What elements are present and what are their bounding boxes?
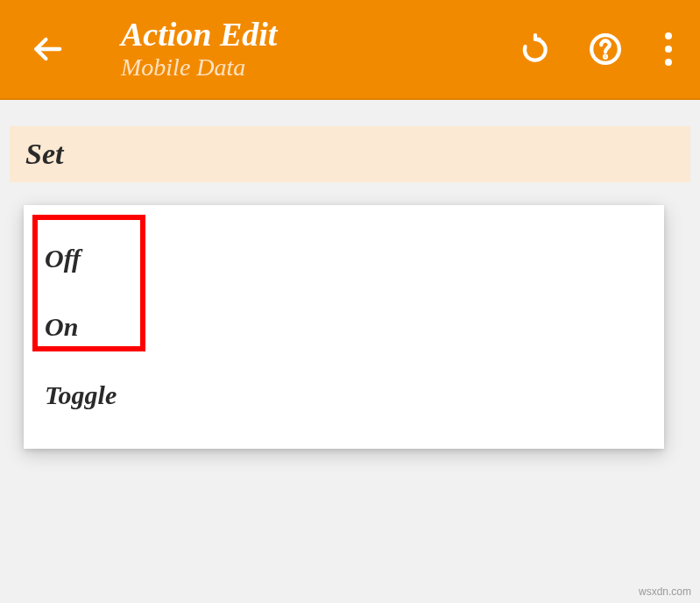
help-button[interactable] [588,32,623,67]
arrow-left-icon [31,32,64,66]
dropdown-popup: Off On Toggle [24,205,664,449]
page-title: Action Edit [121,18,518,53]
content-area: Set Off On Toggle [0,100,700,182]
app-bar: Action Edit Mobile Data [0,0,700,100]
help-icon [589,32,622,66]
back-button[interactable] [26,28,68,70]
watermark: wsxdn.com [639,585,691,598]
dot-icon [665,32,672,39]
page-subtitle: Mobile Data [121,54,518,82]
section-header-set: Set [10,126,690,182]
option-off[interactable]: Off [41,224,647,293]
overflow-menu-button[interactable] [658,32,679,66]
option-on[interactable]: On [41,293,647,361]
dot-icon [665,59,672,66]
dot-icon [665,46,672,53]
appbar-titles: Action Edit Mobile Data [121,18,518,82]
popup-inner: Off On Toggle [24,224,664,429]
undo-icon [519,32,552,66]
svg-point-2 [605,56,606,58]
revert-button[interactable] [518,32,553,67]
appbar-actions [518,32,679,67]
option-toggle[interactable]: Toggle [41,361,647,429]
